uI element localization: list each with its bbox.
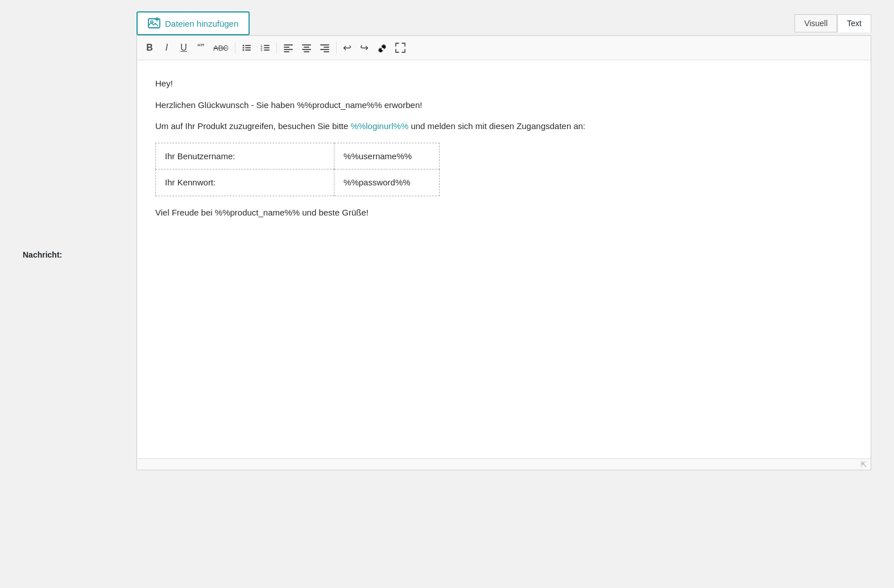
svg-rect-17 [284, 51, 289, 52]
svg-rect-18 [302, 44, 311, 45]
table-row-password: Ihr Kennwort: %%password%% [156, 169, 440, 196]
svg-rect-16 [284, 49, 293, 50]
ordered-list-icon: 1.2.3. [260, 43, 270, 53]
toolbar-separator-3 [336, 42, 337, 53]
credentials-table: Ihr Benutzername: %%username%% Ihr Kennw… [155, 143, 440, 196]
svg-rect-20 [302, 49, 311, 50]
add-files-icon [148, 17, 160, 30]
toolbar-bold[interactable]: B [142, 40, 158, 56]
content-para1: Herzlichen Glückwunsch - Sie haben %%pro… [155, 98, 852, 113]
username-label: Ihr Benutzername: [156, 143, 334, 169]
fullscreen-icon [395, 43, 405, 53]
align-left-icon [283, 43, 293, 53]
svg-rect-19 [304, 47, 309, 48]
svg-rect-6 [245, 47, 251, 48]
content-greeting: Hey! [155, 76, 852, 91]
toolbar-fullscreen[interactable] [392, 40, 409, 56]
tab-text[interactable]: Text [837, 14, 871, 32]
resize-icon: ⇱ [860, 460, 867, 469]
toolbar-ordered-list[interactable]: 1.2.3. [256, 40, 274, 56]
content-para2: Um auf Ihr Produkt zuzugreifen, besuchen… [155, 119, 852, 134]
para2-after: und melden sich mit diesen Zugangsdaten … [408, 121, 585, 131]
editor-toolbar: B I U “” ABC 1.2.3. [137, 36, 871, 60]
toolbar-unordered-list[interactable] [238, 40, 255, 56]
editor-resize-bar[interactable]: ⇱ [137, 458, 871, 470]
svg-rect-14 [284, 44, 293, 45]
loginurl-link[interactable]: %%loginurl%% [351, 121, 409, 131]
svg-point-4 [242, 49, 244, 51]
toolbar-underline[interactable]: U [176, 40, 192, 56]
nachricht-label: Nachricht: [23, 250, 62, 259]
content-para3: Viel Freude bei %%product_name%% und bes… [155, 205, 852, 220]
toolbar-align-left[interactable] [280, 40, 297, 56]
svg-rect-15 [284, 47, 289, 48]
password-label: Ihr Kennwort: [156, 169, 334, 196]
svg-point-3 [242, 47, 244, 49]
toolbar-separator-1 [235, 42, 235, 53]
toolbar-separator-2 [276, 42, 277, 53]
password-value: %%password%% [334, 169, 440, 196]
editor-container: B I U “” ABC 1.2.3. [136, 35, 871, 470]
svg-text:3.: 3. [260, 48, 263, 52]
svg-rect-12 [264, 47, 270, 48]
tab-visuell[interactable]: Visuell [794, 14, 837, 32]
toolbar-italic[interactable]: I [159, 40, 175, 56]
username-value: %%username%% [334, 143, 440, 169]
table-row-username: Ihr Benutzername: %%username%% [156, 143, 440, 169]
toolbar-undo[interactable]: ↩ [340, 39, 355, 56]
svg-rect-5 [245, 45, 251, 46]
align-center-icon [301, 43, 312, 53]
add-files-button[interactable]: Dateien hinzufügen [136, 11, 250, 35]
view-tabs: Visuell Text [794, 14, 871, 32]
svg-rect-7 [245, 49, 251, 51]
svg-rect-22 [320, 44, 329, 45]
svg-rect-23 [324, 47, 329, 48]
svg-rect-24 [320, 49, 329, 50]
svg-rect-25 [324, 51, 329, 52]
editor-topbar: Dateien hinzufügen Visuell Text [136, 11, 871, 35]
para2-before: Um auf Ihr Produkt zuzugreifen, besuchen… [155, 121, 351, 131]
toolbar-link[interactable] [374, 40, 391, 56]
toolbar-redo[interactable]: ↪ [357, 39, 372, 56]
svg-rect-13 [264, 49, 270, 51]
align-right-icon [320, 43, 330, 53]
link-icon [377, 43, 387, 53]
add-files-label: Dateien hinzufügen [165, 19, 238, 28]
svg-point-2 [242, 45, 244, 47]
toolbar-strikethrough[interactable]: ABC [210, 40, 232, 56]
toolbar-align-center[interactable] [298, 40, 315, 56]
toolbar-blockquote[interactable]: “” [193, 40, 209, 56]
editor-content-area[interactable]: Hey! Herzlichen Glückwunsch - Sie haben … [137, 60, 871, 458]
unordered-list-icon [242, 43, 252, 53]
svg-rect-11 [264, 45, 270, 46]
toolbar-align-right[interactable] [316, 40, 333, 56]
svg-rect-21 [304, 51, 309, 52]
